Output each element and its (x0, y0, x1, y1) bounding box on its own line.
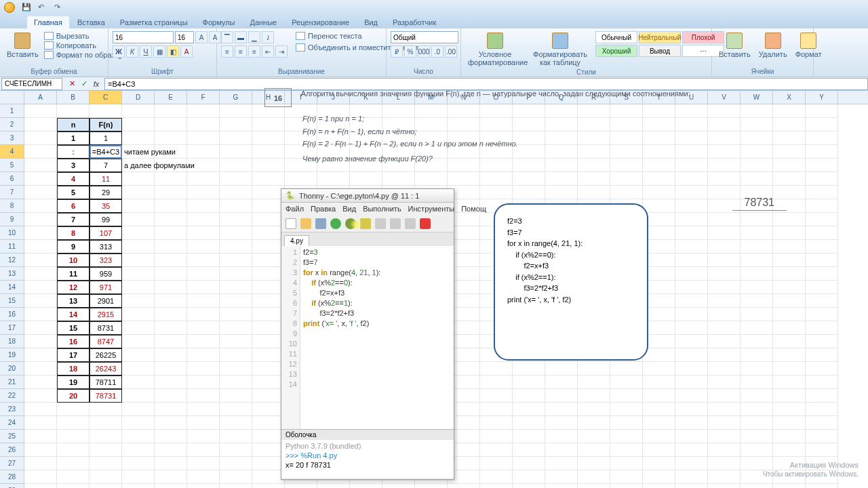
cell[interactable] (122, 226, 155, 240)
align-mid[interactable]: ▬ (235, 31, 247, 43)
cell[interactable] (187, 362, 220, 375)
cell[interactable] (741, 281, 773, 294)
cell[interactable] (708, 321, 741, 335)
cell[interactable] (578, 362, 610, 375)
row-header[interactable]: 27 (0, 457, 24, 470)
cell[interactable] (24, 375, 57, 389)
cell[interactable] (24, 470, 57, 484)
font-color-button[interactable]: A (180, 45, 193, 58)
cell[interactable] (122, 240, 155, 253)
cell[interactable] (578, 470, 610, 484)
row-header[interactable]: 5 (0, 159, 24, 172)
cell[interactable] (578, 416, 610, 430)
cell[interactable] (122, 213, 155, 226)
cell[interactable]: читаем руками (122, 145, 155, 159)
tab-insert[interactable]: Вставка (71, 16, 112, 28)
cell[interactable] (773, 253, 806, 267)
cell[interactable] (675, 362, 708, 375)
cell[interactable]: 99 (90, 213, 122, 226)
cell[interactable] (708, 172, 741, 186)
cell[interactable]: 11 (90, 172, 122, 186)
save-icon[interactable] (315, 218, 326, 229)
cell[interactable] (741, 375, 773, 389)
row-header[interactable]: 17 (0, 321, 24, 335)
cell[interactable] (122, 457, 155, 470)
cell[interactable] (57, 443, 90, 457)
cancel-icon[interactable]: ✕ (66, 79, 77, 89)
cell[interactable] (122, 281, 155, 294)
tab-formulas[interactable]: Формулы (196, 16, 242, 28)
cell[interactable] (578, 172, 610, 186)
cell[interactable] (90, 430, 122, 443)
cell[interactable] (220, 362, 252, 375)
row-header[interactable]: 23 (0, 403, 24, 416)
cell[interactable] (545, 403, 578, 416)
cell[interactable] (675, 430, 708, 443)
cell[interactable] (741, 321, 773, 335)
row-header[interactable]: 4 (0, 145, 24, 159)
col-header[interactable]: B (57, 91, 90, 104)
row-header[interactable]: 20 (0, 362, 24, 375)
cell[interactable] (220, 430, 252, 443)
cell[interactable] (155, 267, 187, 281)
cell[interactable] (155, 416, 187, 430)
cell[interactable] (187, 186, 220, 199)
fill-button[interactable]: ◧ (167, 45, 179, 58)
cell[interactable] (708, 335, 741, 348)
cell[interactable] (382, 484, 415, 488)
cell[interactable]: 2901 (90, 294, 122, 308)
tab-developer[interactable]: Разработчик (386, 16, 443, 28)
font-size-input[interactable] (175, 31, 194, 43)
cell[interactable] (480, 457, 513, 470)
cell[interactable] (708, 348, 741, 362)
cell[interactable] (122, 186, 155, 199)
cell[interactable] (610, 457, 643, 470)
row-header[interactable]: 11 (0, 240, 24, 253)
cell[interactable] (252, 308, 285, 321)
menu-help[interactable]: Помощ (461, 205, 486, 213)
cell[interactable] (578, 484, 610, 488)
cell[interactable] (513, 375, 545, 389)
cell[interactable] (675, 321, 708, 335)
cell[interactable] (57, 430, 90, 443)
cell[interactable] (578, 457, 610, 470)
cell[interactable] (545, 457, 578, 470)
cell[interactable] (643, 362, 675, 375)
cell[interactable] (480, 430, 513, 443)
cell[interactable] (220, 104, 252, 118)
cell[interactable] (24, 159, 57, 172)
cell[interactable] (773, 389, 806, 403)
cell[interactable] (90, 403, 122, 416)
cell[interactable]: 313 (90, 240, 122, 253)
style-good[interactable]: Хороший (595, 45, 637, 57)
cell[interactable] (643, 172, 675, 186)
cell[interactable] (806, 430, 838, 443)
cell[interactable]: 8 (57, 226, 90, 240)
cell[interactable]: 20 (57, 389, 90, 403)
cell[interactable] (122, 104, 155, 118)
cell[interactable] (741, 484, 773, 488)
cell[interactable] (741, 226, 773, 240)
cell[interactable] (480, 416, 513, 430)
cell[interactable] (545, 362, 578, 375)
cell[interactable] (24, 457, 57, 470)
cell[interactable] (513, 484, 545, 488)
cell[interactable] (675, 199, 708, 213)
shell[interactable]: Python 3.7.9 (bundled) >>> %Run 4.py x= … (281, 440, 454, 478)
cell[interactable] (57, 484, 90, 488)
cell[interactable] (155, 145, 187, 159)
cell[interactable] (480, 186, 513, 199)
cell[interactable] (57, 470, 90, 484)
cell[interactable] (741, 348, 773, 362)
cell[interactable] (122, 294, 155, 308)
cell[interactable] (708, 416, 741, 430)
cell[interactable] (806, 281, 838, 294)
cell[interactable] (187, 267, 220, 281)
cell[interactable] (806, 118, 838, 131)
cell[interactable] (155, 375, 187, 389)
cell[interactable] (317, 484, 350, 488)
cell[interactable] (24, 308, 57, 321)
format-cells-button[interactable]: Формат (793, 31, 825, 60)
cell[interactable] (122, 348, 155, 362)
cell[interactable] (708, 470, 741, 484)
